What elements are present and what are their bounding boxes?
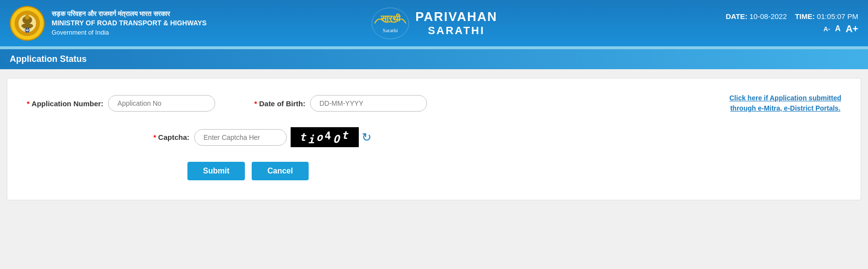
application-number-group: *Application Number: bbox=[27, 95, 215, 112]
dob-group: *Date of Birth: bbox=[254, 95, 427, 112]
app-number-label: *Application Number: bbox=[27, 99, 103, 108]
captcha-char-t1: t bbox=[299, 131, 308, 143]
parivahan-text: PARIVAHAN SARATHI bbox=[415, 9, 498, 37]
date-value: 10-08-2022 bbox=[750, 12, 787, 20]
captcha-char-0: O bbox=[333, 133, 341, 145]
application-number-input[interactable] bbox=[108, 95, 215, 112]
header-left: सड़क परिवहन और राजमार्ग मंत्रालय भारत सर… bbox=[10, 6, 206, 41]
time-value: 01:05:07 PM bbox=[817, 12, 858, 20]
sarathi-logo: सारथी Sarathi bbox=[370, 7, 409, 40]
captcha-input[interactable] bbox=[194, 129, 287, 146]
sarathi-logo-icon: सारथी Sarathi bbox=[370, 7, 409, 40]
svg-point-12 bbox=[371, 8, 408, 39]
ministry-hindi: सड़क परिवहन और राजमार्ग मंत्रालय भारत सर… bbox=[52, 9, 206, 19]
dob-input[interactable] bbox=[310, 95, 427, 112]
captcha-char-t2: t bbox=[341, 129, 350, 141]
government-emblem bbox=[10, 6, 45, 41]
captcha-image: t i o 4 O t bbox=[291, 127, 359, 147]
buttons-row: Submit Cancel bbox=[27, 162, 841, 180]
font-size-controls: A- A A+ bbox=[824, 23, 858, 35]
submit-button[interactable]: Submit bbox=[187, 162, 245, 180]
header-right: DATE: 10-08-2022 TIME: 01:05:07 PM A- A … bbox=[726, 12, 858, 35]
emitra-link[interactable]: Click here if Application submitted thro… bbox=[729, 93, 841, 114]
app-number-required: * bbox=[27, 99, 30, 108]
font-normal-button[interactable]: A bbox=[835, 24, 841, 33]
parivahan-subtitle: SARATHI bbox=[415, 24, 498, 37]
section-title: Application Status bbox=[10, 54, 87, 64]
datetime-row: DATE: 10-08-2022 TIME: 01:05:07 PM bbox=[726, 12, 858, 20]
date-label: DATE: bbox=[726, 12, 748, 20]
font-decrease-button[interactable]: A- bbox=[824, 25, 831, 33]
header: सड़क परिवहन और राजमार्ग मंत्रालय भारत सर… bbox=[0, 0, 868, 46]
captcha-char-4: 4 bbox=[325, 130, 333, 142]
parivahan-title: PARIVAHAN bbox=[415, 9, 498, 24]
form-row-1: *Application Number: *Date of Birth: Cli… bbox=[27, 93, 841, 114]
captcha-refresh-icon[interactable]: ↻ bbox=[362, 131, 371, 144]
ministry-gov: Government of India bbox=[52, 28, 206, 37]
main-content: *Application Number: *Date of Birth: Cli… bbox=[7, 78, 861, 200]
captcha-char-i: i bbox=[308, 134, 316, 146]
ministry-english: MINISTRY OF ROAD TRANSPORT & HIGHWAYS bbox=[52, 19, 206, 28]
captcha-required: * bbox=[153, 133, 156, 141]
captcha-label-group: *Captcha: bbox=[153, 133, 189, 141]
svg-text:Sarathi: Sarathi bbox=[383, 27, 398, 33]
svg-point-6 bbox=[25, 15, 30, 19]
ministry-text: सड़क परिवहन और राजमार्ग मंत्रालय भारत सर… bbox=[52, 9, 206, 37]
captcha-row: *Captcha: t i o 4 O t ↻ bbox=[27, 127, 841, 147]
font-increase-button[interactable]: A+ bbox=[846, 23, 858, 35]
captcha-label: *Captcha: bbox=[153, 133, 189, 141]
dob-label: *Date of Birth: bbox=[254, 99, 305, 108]
dob-required: * bbox=[254, 99, 257, 108]
time-label: TIME: bbox=[795, 12, 815, 20]
header-center: सारथी Sarathi PARIVAHAN SARATHI bbox=[370, 7, 498, 40]
section-title-bar: Application Status bbox=[0, 49, 868, 69]
captcha-char-o: o bbox=[316, 131, 325, 143]
cancel-button[interactable]: Cancel bbox=[252, 162, 308, 180]
